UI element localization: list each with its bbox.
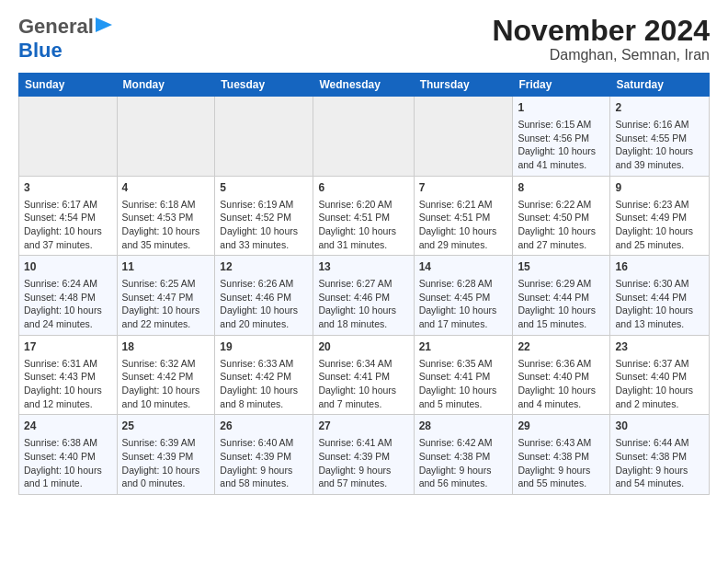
table-row bbox=[414, 97, 513, 177]
cell-text: Daylight: 9 hours bbox=[318, 464, 408, 477]
cell-text: Sunset: 4:53 PM bbox=[122, 211, 210, 224]
table-row: 26Sunrise: 6:40 AMSunset: 4:39 PMDayligh… bbox=[215, 415, 313, 495]
day-number: 25 bbox=[122, 419, 210, 434]
table-row: 6Sunrise: 6:20 AMSunset: 4:51 PMDaylight… bbox=[313, 176, 414, 256]
table-row: 27Sunrise: 6:41 AMSunset: 4:39 PMDayligh… bbox=[313, 415, 414, 495]
cell-text: Sunrise: 6:28 AM bbox=[419, 277, 508, 291]
cell-text: Daylight: 10 hours bbox=[122, 304, 210, 317]
cell-text: Sunset: 4:47 PM bbox=[122, 291, 210, 304]
table-row: 15Sunrise: 6:29 AMSunset: 4:44 PMDayligh… bbox=[513, 256, 610, 336]
table-row bbox=[117, 97, 215, 177]
cell-text: Sunset: 4:56 PM bbox=[518, 132, 605, 145]
cell-text: Daylight: 10 hours bbox=[24, 224, 112, 238]
cell-text: Sunrise: 6:30 AM bbox=[615, 277, 704, 291]
cell-text: Sunset: 4:51 PM bbox=[419, 211, 508, 224]
cell-text: and 5 minutes. bbox=[419, 397, 508, 411]
cell-text: Sunset: 4:50 PM bbox=[518, 211, 605, 224]
cell-text: and 22 minutes. bbox=[122, 317, 210, 331]
day-number: 18 bbox=[122, 339, 210, 355]
cell-text: and 4 minutes. bbox=[518, 397, 605, 411]
cell-text: Sunrise: 6:21 AM bbox=[419, 198, 508, 212]
cell-text: Sunset: 4:51 PM bbox=[318, 211, 408, 224]
cell-text: Sunrise: 6:42 AM bbox=[419, 436, 508, 450]
cell-text: and 29 minutes. bbox=[419, 238, 508, 252]
cell-text: Sunrise: 6:31 AM bbox=[24, 357, 112, 371]
cell-text: Daylight: 10 hours bbox=[24, 464, 112, 477]
cell-text: Sunrise: 6:16 AM bbox=[615, 118, 704, 132]
cell-text: Sunrise: 6:41 AM bbox=[318, 436, 408, 450]
day-number: 30 bbox=[615, 419, 704, 434]
cell-text: Sunrise: 6:34 AM bbox=[318, 357, 408, 371]
day-number: 8 bbox=[518, 180, 605, 196]
cell-text: and 27 minutes. bbox=[518, 238, 605, 252]
day-number: 10 bbox=[24, 259, 112, 275]
cell-text: Sunrise: 6:23 AM bbox=[615, 198, 704, 212]
cell-text: Sunset: 4:41 PM bbox=[419, 370, 508, 384]
day-number: 29 bbox=[518, 419, 605, 434]
col-friday: Friday bbox=[513, 74, 610, 97]
cell-text: and 24 minutes. bbox=[24, 317, 112, 331]
day-number: 14 bbox=[419, 259, 508, 275]
cell-text: Daylight: 10 hours bbox=[24, 304, 112, 317]
header: General Blue November 2024 Damghan, Semn… bbox=[18, 15, 710, 63]
cell-text: Sunset: 4:54 PM bbox=[24, 211, 112, 224]
cell-text: Sunset: 4:38 PM bbox=[518, 450, 605, 464]
day-number: 19 bbox=[220, 339, 308, 355]
cell-text: Sunrise: 6:24 AM bbox=[24, 277, 112, 291]
cell-text: and 13 minutes. bbox=[615, 317, 704, 331]
cell-text: and 31 minutes. bbox=[318, 238, 408, 252]
col-tuesday: Tuesday bbox=[215, 74, 313, 97]
logo-general-text: General bbox=[18, 15, 94, 39]
calendar-subtitle: Damghan, Semnan, Iran bbox=[492, 47, 710, 63]
table-row: 8Sunrise: 6:22 AMSunset: 4:50 PMDaylight… bbox=[513, 176, 610, 256]
table-row: 17Sunrise: 6:31 AMSunset: 4:43 PMDayligh… bbox=[19, 335, 118, 415]
cell-text: and 18 minutes. bbox=[318, 317, 408, 331]
table-row: 22Sunrise: 6:36 AMSunset: 4:40 PMDayligh… bbox=[513, 335, 610, 415]
table-row: 13Sunrise: 6:27 AMSunset: 4:46 PMDayligh… bbox=[313, 256, 414, 336]
cell-text: Daylight: 10 hours bbox=[615, 304, 704, 317]
cell-text: Sunrise: 6:37 AM bbox=[615, 357, 704, 371]
day-number: 9 bbox=[615, 180, 704, 196]
cell-text: and 25 minutes. bbox=[615, 238, 704, 252]
cell-text: and 17 minutes. bbox=[419, 317, 508, 331]
table-row: 18Sunrise: 6:32 AMSunset: 4:42 PMDayligh… bbox=[117, 335, 215, 415]
cell-text: and 57 minutes. bbox=[318, 477, 408, 490]
cell-text: Daylight: 10 hours bbox=[518, 304, 605, 317]
col-sunday: Sunday bbox=[19, 74, 118, 97]
col-wednesday: Wednesday bbox=[313, 74, 414, 97]
calendar-body: 1Sunrise: 6:15 AMSunset: 4:56 PMDaylight… bbox=[19, 97, 710, 495]
day-number: 21 bbox=[419, 339, 508, 355]
cell-text: Sunset: 4:46 PM bbox=[318, 291, 408, 304]
table-row: 16Sunrise: 6:30 AMSunset: 4:44 PMDayligh… bbox=[610, 256, 710, 336]
table-row: 20Sunrise: 6:34 AMSunset: 4:41 PMDayligh… bbox=[313, 335, 414, 415]
table-row bbox=[313, 97, 414, 177]
cell-text: Sunrise: 6:43 AM bbox=[518, 436, 605, 450]
table-row: 3Sunrise: 6:17 AMSunset: 4:54 PMDaylight… bbox=[19, 176, 118, 256]
cell-text: Sunset: 4:39 PM bbox=[318, 450, 408, 464]
cell-text: Sunrise: 6:33 AM bbox=[220, 357, 308, 371]
day-number: 11 bbox=[122, 259, 210, 275]
cell-text: Sunset: 4:55 PM bbox=[615, 132, 704, 145]
day-number: 7 bbox=[419, 180, 508, 196]
table-row: 29Sunrise: 6:43 AMSunset: 4:38 PMDayligh… bbox=[513, 415, 610, 495]
cell-text: Daylight: 10 hours bbox=[518, 144, 605, 158]
cell-text: and 33 minutes. bbox=[220, 238, 308, 252]
table-row bbox=[215, 97, 313, 177]
cell-text: Sunrise: 6:19 AM bbox=[220, 198, 308, 212]
table-row: 9Sunrise: 6:23 AMSunset: 4:49 PMDaylight… bbox=[610, 176, 710, 256]
cell-text: Sunrise: 6:20 AM bbox=[318, 198, 408, 212]
cell-text: Daylight: 9 hours bbox=[419, 464, 508, 477]
table-row: 1Sunrise: 6:15 AMSunset: 4:56 PMDaylight… bbox=[513, 97, 610, 177]
cell-text: Daylight: 10 hours bbox=[318, 304, 408, 317]
cell-text: Sunset: 4:44 PM bbox=[615, 291, 704, 304]
day-number: 16 bbox=[615, 259, 704, 275]
table-row: 25Sunrise: 6:39 AMSunset: 4:39 PMDayligh… bbox=[117, 415, 215, 495]
cell-text: Daylight: 10 hours bbox=[615, 384, 704, 397]
svg-marker-0 bbox=[96, 17, 112, 32]
table-row: 23Sunrise: 6:37 AMSunset: 4:40 PMDayligh… bbox=[610, 335, 710, 415]
cell-text: Daylight: 10 hours bbox=[24, 384, 112, 397]
cell-text: Sunset: 4:40 PM bbox=[615, 370, 704, 384]
cell-text: Daylight: 10 hours bbox=[318, 384, 408, 397]
cell-text: Sunset: 4:41 PM bbox=[318, 370, 408, 384]
cell-text: Sunrise: 6:29 AM bbox=[518, 277, 605, 291]
